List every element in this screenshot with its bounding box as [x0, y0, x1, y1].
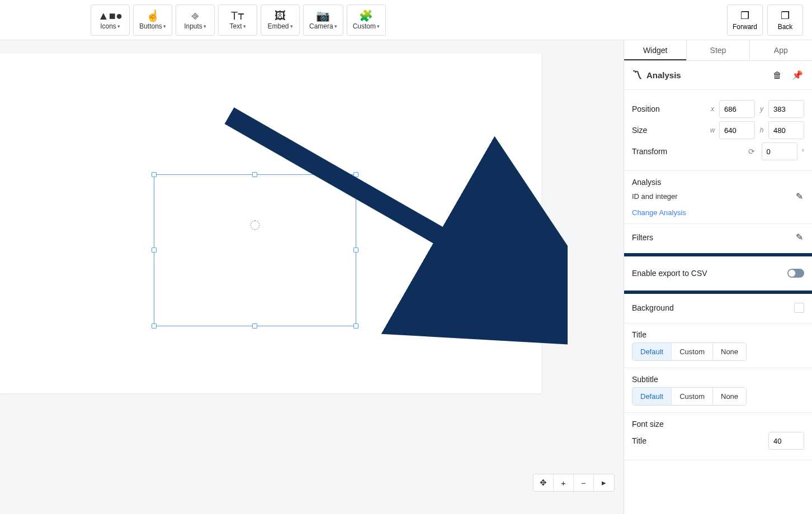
custom-dropdown[interactable]: 🧩 Custom ▾ [347, 4, 386, 36]
resize-handle-tl[interactable] [152, 172, 157, 177]
embed-dropdown[interactable]: 🖼 Embed ▾ [261, 4, 300, 36]
title-section-label: Title [632, 330, 646, 339]
tab-step[interactable]: Step [687, 40, 749, 60]
pin-button[interactable]: 📌 [791, 69, 804, 82]
size-w-input[interactable] [719, 121, 755, 139]
subtitle-section-label: Subtitle [632, 375, 658, 384]
text-dropdown[interactable]: Tᴛ Text ▾ [218, 4, 257, 36]
subtitle-none-button[interactable]: None [713, 388, 746, 405]
puzzle-icon: 🧩 [359, 10, 373, 21]
resize-handle-mr[interactable] [353, 248, 358, 253]
export-csv-label: Enable export to CSV [632, 269, 787, 278]
canvas-page[interactable] [0, 54, 541, 393]
transform-input[interactable] [762, 142, 797, 160]
fontsize-title-label: Title [632, 436, 768, 445]
edit-analysis-button[interactable]: ✎ [795, 190, 804, 203]
title-custom-button[interactable]: Custom [672, 343, 713, 360]
selected-widget[interactable] [154, 174, 356, 326]
chevron-right-icon: ▸ [602, 478, 606, 488]
w-label: w [709, 126, 716, 134]
resize-handle-tr[interactable] [353, 172, 358, 177]
background-label: Background [632, 303, 794, 312]
move-tool-button[interactable]: ✥ [534, 474, 554, 491]
back-button[interactable]: ❐ Back [767, 4, 803, 36]
export-csv-panel: Enable export to CSV [624, 254, 812, 293]
camera-dropdown[interactable]: 📷 Camera ▾ [303, 4, 343, 36]
icons-dropdown[interactable]: ▲■● Icons ▾ [91, 4, 130, 36]
h-label: h [758, 126, 765, 134]
x-label: x [709, 105, 716, 113]
pencil-icon: ✎ [796, 232, 803, 242]
text-icon: Tᴛ [231, 10, 244, 21]
size-h-input[interactable] [768, 121, 804, 139]
minus-icon: − [581, 478, 586, 488]
subtitle-default-button[interactable]: Default [632, 388, 672, 405]
forward-button[interactable]: ❐ Forward [727, 4, 763, 36]
tab-app[interactable]: App [750, 40, 812, 60]
export-csv-toggle[interactable] [787, 269, 804, 278]
position-x-input[interactable] [719, 100, 755, 118]
tab-widget[interactable]: Widget [624, 40, 687, 60]
inspector-header: 〽 Analysis 🗑 📌 [624, 61, 812, 90]
pointer-icon: ☝ [146, 10, 160, 21]
title-panel: Title Default Custom None [624, 323, 812, 368]
filters-label: Filters [632, 233, 653, 242]
change-analysis-link[interactable]: Change Analysis [632, 208, 686, 217]
loading-spinner-icon [250, 220, 260, 230]
resize-handle-bm[interactable] [252, 323, 257, 329]
inspector-sidebar: Widget Step App 〽 Analysis 🗑 📌 Position … [624, 40, 812, 514]
edit-filters-button[interactable]: ✎ [795, 231, 804, 244]
analysis-panel: Analysis ID and integer ✎ Change Analysi… [624, 171, 812, 224]
geometry-panel: Position x y Size w h Transform [624, 90, 812, 171]
fontsize-label: Font size [632, 420, 664, 429]
position-y-input[interactable] [768, 100, 804, 118]
background-color-swatch[interactable] [794, 303, 804, 313]
title-default-button[interactable]: Default [632, 343, 672, 360]
subtitle-segmented: Default Custom None [632, 387, 747, 406]
size-label: Size [632, 126, 709, 135]
resize-handle-bl[interactable] [152, 323, 157, 329]
y-label: y [758, 105, 765, 113]
fontsize-panel: Font size Title [624, 413, 812, 460]
pencil-icon: ✎ [796, 192, 803, 201]
widget-toolbar-group: ▲■● Icons ▾ ☝ Buttons ▾ ⎆ Inputs ▾ Tᴛ Te… [91, 4, 386, 36]
top-toolbar: ▲■● Icons ▾ ☝ Buttons ▾ ⎆ Inputs ▾ Tᴛ Te… [0, 0, 812, 40]
canvas-area[interactable]: ✥ + − ▸ [0, 40, 624, 514]
filters-panel: Filters ✎ [624, 224, 812, 254]
background-panel: Background [624, 293, 812, 323]
caret-down-icon: ▾ [117, 23, 120, 29]
buttons-dropdown[interactable]: ☝ Buttons ▾ [133, 4, 172, 36]
inspector-tabs: Widget Step App [624, 40, 812, 61]
analysis-id-text: ID and integer [632, 192, 678, 201]
back-icon: ❐ [781, 9, 790, 22]
zoom-next-button[interactable]: ▸ [594, 474, 614, 491]
shapes-icon: ▲■● [98, 10, 122, 21]
fontsize-title-input[interactable] [768, 432, 804, 450]
input-icon: ⎆ [192, 10, 199, 21]
pin-icon: 📌 [792, 70, 803, 80]
trash-icon: 🗑 [773, 70, 782, 80]
transform-label: Transform [632, 147, 748, 156]
analysis-section-label: Analysis [632, 178, 661, 187]
zoom-controls: ✥ + − ▸ [533, 474, 615, 492]
title-none-button[interactable]: None [713, 343, 746, 360]
position-label: Position [632, 104, 709, 113]
resize-handle-br[interactable] [353, 323, 358, 329]
plus-icon: + [561, 478, 566, 488]
delete-button[interactable]: 🗑 [772, 69, 783, 82]
inspector-title: Analysis [646, 70, 681, 80]
subtitle-custom-button[interactable]: Custom [672, 388, 713, 405]
resize-handle-ml[interactable] [152, 248, 157, 253]
degree-symbol: ° [802, 148, 804, 155]
rotate-icon: ⟳ [748, 147, 755, 156]
forward-icon: ❐ [740, 9, 749, 22]
resize-handle-tm[interactable] [252, 172, 257, 177]
camera-icon: 📷 [316, 10, 330, 21]
nav-buttons: ❐ Forward ❐ Back [727, 4, 803, 36]
title-segmented: Default Custom None [632, 342, 747, 361]
zoom-out-button[interactable]: − [574, 474, 594, 491]
zoom-in-button[interactable]: + [554, 474, 574, 491]
inputs-dropdown[interactable]: ⎆ Inputs ▾ [176, 4, 215, 36]
analysis-icon: 〽 [632, 69, 642, 81]
subtitle-panel: Subtitle Default Custom None [624, 368, 812, 413]
